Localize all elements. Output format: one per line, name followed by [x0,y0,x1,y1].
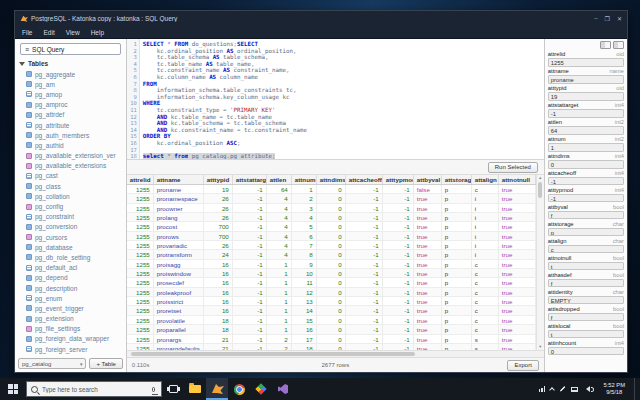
column-header-atttypid[interactable]: atttypid [204,175,233,184]
inspector-field-value[interactable]: -1 [548,109,624,118]
editor-line[interactable]: WHERE [143,100,544,107]
sidebar-item-pg_collation[interactable]: pg_collation [15,191,126,201]
editor-line[interactable]: tc.constraint_name AS constraint_name, [143,67,544,74]
activity-indicator-icon[interactable] [539,386,546,392]
sidebar-item-pg_extension[interactable]: pg_extension [15,314,126,324]
menu-help[interactable]: Help [91,29,104,36]
column-header-attstorage[interactable]: attstorage [442,175,472,184]
sidebar-item-pg_cursors[interactable]: pg_cursors [15,232,126,242]
sidebar-item-pg_auth_members[interactable]: pg_auth_members [15,130,126,140]
editor-lines[interactable]: SELECT * FROM do_questions;SELECT kc.ord… [140,39,544,159]
table-row[interactable]: 1255proname19-16410-1-1falsepctrue [127,185,536,194]
table-row[interactable]: 1255proowner26-1430-1-1truepitrue [127,204,536,213]
volume-icon[interactable] [583,386,594,392]
schema-select[interactable]: pg_catalog ▾ [18,358,86,369]
editor-line[interactable]: FROM [143,81,544,88]
sidebar-item-pg_available_extensions[interactable]: pg_available_extensions [15,161,126,171]
table-row[interactable]: 1255prosecdef16-11110-1-1truepctrue [127,278,536,287]
table-row[interactable]: 1255provolatile18-11150-1-1truepctrue [127,316,536,325]
table-row[interactable]: 1255proisagg16-1190-1-1truepctrue [127,260,536,269]
table-row[interactable]: 1255pronamespace26-1420-1-1truepitrue [127,194,536,203]
column-header-atttypmod[interactable]: atttypmod [383,175,414,184]
column-header-attlen[interactable]: attlen [267,175,292,184]
editor-line[interactable]: SELECT * FROM do_questions;SELECT [143,41,544,48]
maximize-button[interactable]: ❐ [605,15,610,22]
sidebar-item-pg_aggregate[interactable]: pg_aggregate [15,69,126,79]
task-view-button[interactable] [162,378,184,400]
postbird-taskbar-button[interactable] [206,378,228,400]
sidebar-item-pg_database[interactable]: pg_database [15,242,126,252]
sidebar-item-pg_default_acl[interactable]: pg_default_acl [15,263,126,273]
start-button[interactable] [0,378,26,400]
add-table-button[interactable]: + Table [89,358,122,369]
inspector-field-value[interactable]: 1 [548,143,624,152]
column-header-attbyval[interactable]: attbyval [414,175,442,184]
menu-view[interactable]: View [66,29,80,36]
editor-line[interactable]: information_schema.key_column_usage kc [143,94,544,101]
taskbar-clock[interactable]: 5:52 PM 9/5/18 [599,382,629,396]
close-button[interactable]: ✕ [617,15,622,22]
editor-line[interactable]: ORDER BY [143,133,544,140]
menu-edit[interactable]: Edit [43,29,54,36]
table-row[interactable]: 1255proretset16-11140-1-1truepctrue [127,306,536,315]
inspector-field-value[interactable]: -1 [548,194,624,203]
microphone-icon[interactable] [152,387,155,392]
prev-record-button[interactable] [600,41,611,49]
editor-line[interactable]: AND kc.constraint_name = tc.constraint_n… [143,127,544,134]
column-header-attalign[interactable]: attalign [472,175,499,184]
inspector-field-value[interactable]: 1255 [548,58,624,67]
sidebar-item-pg_enum[interactable]: pg_enum [15,293,126,303]
table-row[interactable]: 1255procost700-1450-1-1truepitrue [127,222,536,231]
editor-line[interactable]: AND kc.table_schema = tc.table_schema [143,120,544,127]
drive-taskbar-button[interactable] [250,378,272,400]
next-record-button[interactable] [613,41,624,49]
editor-line[interactable]: kc.ordinal_position AS ordinal_position, [143,48,544,55]
inspector-field-value[interactable]: 19 [548,92,624,101]
scroll-up-icon[interactable]: ▲ [538,175,542,181]
editor-line[interactable]: information_schema.table_constraints tc, [143,87,544,94]
inspector-field-value[interactable]: f [548,313,624,322]
inspector-field-value[interactable]: 0 [548,347,624,356]
sidebar-item-pg_depend[interactable]: pg_depend [15,273,126,283]
editor-line[interactable]: tc.constraint_type = 'PRIMARY KEY' [143,107,544,114]
table-row[interactable]: 1255prolang26-1440-1-1truepitrue [127,213,536,222]
table-row[interactable]: 1255protransform24-1480-1-1truepitrue [127,250,536,259]
inspector-field-value[interactable]: f [548,211,624,220]
show-desktop-button[interactable] [634,378,638,400]
inspector-field-value[interactable]: t [548,262,624,271]
sidebar-item-pg_available_extension_ver[interactable]: pg_available_extension_ver [15,151,126,161]
sidebar-item-pg_foreign_data_wrapper[interactable]: pg_foreign_data_wrapper [15,334,126,344]
sidebar-item-pg_db_role_setting[interactable]: pg_db_role_setting [15,252,126,262]
column-header-attcacheoff[interactable]: attcacheoff [346,175,383,184]
sidebar-item-pg_file_settings[interactable]: pg_file_settings [15,324,126,334]
horizontal-scroll-thumb[interactable] [131,352,415,356]
editor-line[interactable]: tc.table_schema AS table_schema, [143,54,544,61]
sidebar-item-pg_attrdef[interactable]: pg_attrdef [15,110,126,120]
sidebar-item-pg_description[interactable]: pg_description [15,283,126,293]
table-row[interactable]: 1255prorows700-1460-1-1truepitrue [127,232,536,241]
sidebar-item-pg_amproc[interactable]: pg_amproc [15,100,126,110]
tables-section-header[interactable]: Tables [15,57,126,69]
column-header-attnotnull[interactable]: attnotnull [499,175,536,184]
editor-line[interactable]: kc.ordinal_position ASC; [143,140,544,147]
editor-line[interactable]: select * from pg_catalog.pg_attribute; [143,153,544,159]
column-header-attnum[interactable]: attnum [292,175,317,184]
inspector-field-value[interactable]: c [548,245,624,254]
results-horizontal-scrollbar[interactable] [127,350,544,357]
sidebar-item-pg_foreign_server[interactable]: pg_foreign_server [15,344,126,354]
table-row[interactable]: 1255provariadic26-1470-1-1truepitrue [127,241,536,250]
inspector-field-value[interactable]: EMPTY [548,296,624,305]
sidebar-item-pg_am[interactable]: pg_am [15,79,126,89]
sidebar-item-pg_class[interactable]: pg_class [15,181,126,191]
inspector-field-value[interactable]: p [548,228,624,237]
inspector-field-value[interactable]: -1 [548,177,624,186]
run-selected-button[interactable]: Run Selected [488,162,538,173]
pen-icon[interactable] [560,386,566,392]
sidebar-item-pg_conversion[interactable]: pg_conversion [15,222,126,232]
editor-line[interactable]: kc.column_name AS column_name [143,74,544,81]
column-header-attname[interactable]: attname [154,175,204,184]
editor-line[interactable] [143,147,544,154]
chrome-taskbar-button[interactable] [228,378,250,400]
hidden-icons-chevron[interactable] [550,387,556,393]
minimize-button[interactable]: – [594,15,597,22]
